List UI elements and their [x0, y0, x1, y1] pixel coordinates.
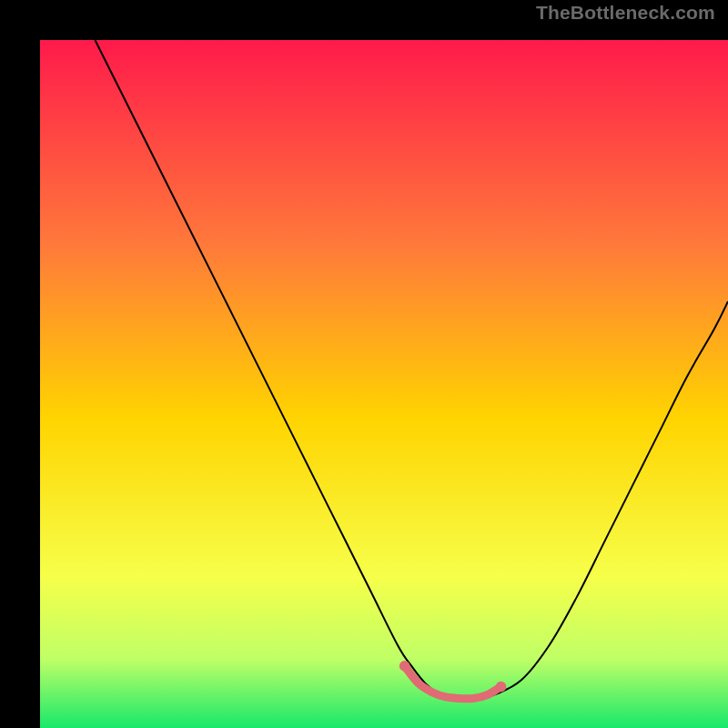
plot-area: [40, 40, 728, 728]
chart-svg: [40, 40, 728, 728]
series-bottom-marker-endpoint: [399, 661, 410, 672]
series-bottom-marker-endpoint: [496, 682, 507, 693]
chart-frame: [20, 20, 708, 708]
gradient-background: [40, 40, 728, 728]
watermark-text: TheBottleneck.com: [536, 2, 715, 24]
